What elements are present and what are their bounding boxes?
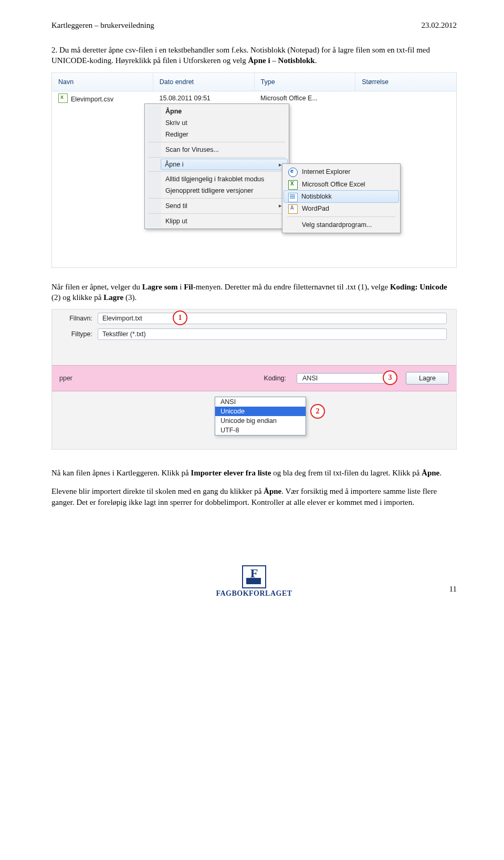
label-filetype: Filtype: <box>58 330 98 338</box>
col-type[interactable]: Type <box>255 73 356 91</box>
opt-unicode-be[interactable]: Unicode big endian <box>215 416 306 426</box>
opt-unicode[interactable]: Unicode <box>215 407 306 416</box>
ie-icon <box>288 168 298 177</box>
ctx-send-to[interactable]: Send til <box>161 200 287 212</box>
save-button[interactable]: Lagre <box>406 372 449 385</box>
submenu-notepad[interactable]: Notisblokk <box>284 190 399 203</box>
screenshot-explorer: Navn Dato endret Type Størrelse Elevimpo… <box>51 72 457 268</box>
separator <box>149 142 285 142</box>
paragraph-2: Når filen er åpnet, velger du Lagre som … <box>51 282 457 303</box>
ctx-restore[interactable]: Gjenopprett tidligere versjoner <box>161 185 287 196</box>
ctx-cut[interactable]: Klipp ut <box>161 215 287 227</box>
filetype-select[interactable]: Tekstfiler (*.txt) <box>98 328 447 340</box>
ctx-scan[interactable]: Scan for Viruses... <box>161 144 287 156</box>
separator <box>287 216 395 217</box>
coding-select[interactable]: ANSI ▼ <box>297 373 395 384</box>
callout-2: 2 <box>310 404 325 419</box>
paragraph-1: 2. Du må deretter åpne csv-filen i en te… <box>51 45 457 66</box>
submenu-default-program[interactable]: Velg standardprogram... <box>284 219 398 231</box>
open-with-submenu: Internet Explorer Microsoft Office Excel… <box>282 163 401 233</box>
label-coding: Koding: <box>264 375 286 382</box>
doc-title: Kartleggeren – brukerveiledning <box>51 21 154 30</box>
paragraph-3: Nå kan filen åpnes i Kartleggeren. Klikk… <box>51 468 457 478</box>
submenu-excel[interactable]: Microsoft Office Excel <box>284 178 398 191</box>
ctx-offline[interactable]: Alltid tilgjengelig i frakoblet modus <box>161 173 287 185</box>
screenshot-save-dialog: Filnavn: Elevimport.txt Filtype: Tekstfi… <box>51 309 457 450</box>
coding-dropdown-list: ANSI Unicode Unicode big endian UTF-8 <box>215 397 306 436</box>
separator <box>149 213 285 214</box>
doc-date: 23.02.2012 <box>422 21 457 30</box>
column-headers: Navn Dato endret Type Størrelse <box>52 73 456 91</box>
filename-input[interactable]: Elevimport.txt <box>98 313 447 324</box>
ctx-print[interactable]: Skriv ut <box>161 117 287 129</box>
ctx-edit[interactable]: Rediger <box>161 129 287 140</box>
excel-file-icon <box>58 94 68 103</box>
submenu-wordpad[interactable]: WordPad <box>284 202 398 215</box>
wordpad-icon <box>288 204 298 214</box>
excel-icon <box>288 180 298 190</box>
separator <box>149 198 285 199</box>
opt-utf8[interactable]: UTF-8 <box>215 426 306 435</box>
callout-3: 3 <box>383 370 397 385</box>
label-filename: Filnavn: <box>58 315 98 322</box>
ctx-open-with[interactable]: Åpne i <box>161 159 288 170</box>
col-date[interactable]: Dato endret <box>153 73 255 91</box>
publisher-logo-icon: F <box>242 565 266 588</box>
col-name[interactable]: Navn <box>52 73 153 91</box>
context-menu: Åpne Skriv ut Rediger Scan for Viruses..… <box>144 103 289 229</box>
submenu-ie[interactable]: Internet Explorer <box>284 165 398 178</box>
notepad-icon <box>288 193 298 202</box>
separator <box>149 157 285 158</box>
ctx-open[interactable]: Åpne <box>161 106 287 117</box>
page-number: 11 <box>449 585 457 594</box>
publisher-name: FAGBOKFORLAGET <box>216 589 292 598</box>
footer: F FAGBOKFORLAGET 11 <box>51 565 457 598</box>
truncated-label: pper <box>59 375 89 382</box>
col-size[interactable]: Størrelse <box>355 78 456 86</box>
paragraph-4: Elevene blir importert direkte til skole… <box>51 486 457 507</box>
separator <box>149 171 285 172</box>
opt-ansi[interactable]: ANSI <box>215 397 306 407</box>
callout-1: 1 <box>173 310 187 325</box>
